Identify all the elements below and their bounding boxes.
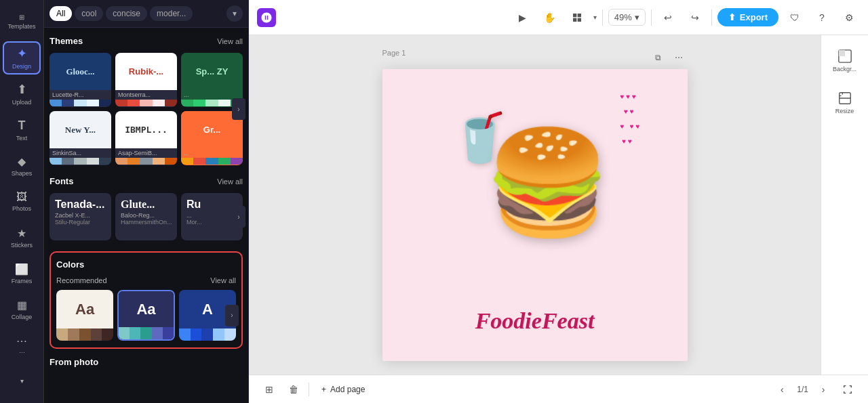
colors-section: Colors Recommended View all Aa	[50, 251, 243, 349]
export-button[interactable]: ⬆ Export	[717, 8, 778, 26]
page-indicator: 1/1	[797, 385, 808, 394]
font-ru-title: Ru	[186, 198, 237, 211]
hearts-decoration: ♥ ♥ ♥ ♥ ♥ ♥ ♥ ♥ ♥ ♥	[620, 89, 640, 149]
font-glute-sub: Baloo-Reg...	[121, 212, 172, 219]
sidebar-item-shapes[interactable]: ◆ Shapes	[3, 149, 41, 182]
zoom-value: 49%	[614, 12, 632, 22]
font-card-glute[interactable]: Glute... Baloo-Reg... HammersmithOn...	[115, 193, 177, 240]
theme-ibm-font: Asap-SemiB...	[115, 148, 177, 158]
fonts-grid: Tenada-... Zacbel X-E... Stilu-Regular G…	[50, 193, 243, 240]
sidebar-item-photos[interactable]: 🖼 Photos	[3, 185, 41, 218]
sidebar-item-more[interactable]: ⋯ ⋯	[3, 328, 41, 362]
top-bar-tools: ▶ ✋ ▾ 49% ▾ ↩ ↪ ⬆ Export 🛡 ?	[512, 7, 860, 28]
svg-rect-5	[838, 49, 844, 56]
background-label: Backgr...	[833, 66, 856, 72]
sidebar-item-design[interactable]: ✦ Design	[3, 41, 41, 75]
settings-button[interactable]: ⚙	[838, 7, 860, 28]
copy-page-button[interactable]: ⧉	[650, 49, 667, 66]
redo-button[interactable]: ↪	[684, 7, 706, 28]
sidebar-item-templates[interactable]: ⊞ ⊞ Templates	[3, 5, 41, 39]
sidebar-item-frames[interactable]: ⬜ Frames	[3, 257, 41, 290]
svg-rect-0	[573, 14, 576, 17]
colors-next-button[interactable]: ›	[225, 305, 239, 326]
prev-page-button[interactable]: ‹	[772, 380, 791, 399]
delete-page-button[interactable]: 🗑	[284, 380, 303, 399]
text-label: Text	[16, 135, 28, 142]
right-panel: Backgr... Resize	[821, 35, 868, 375]
bottom-divider	[309, 383, 309, 396]
fonts-section-header: Fonts View all	[50, 176, 243, 186]
theme-ibm-colors	[115, 158, 177, 165]
add-page-button[interactable]: + Add page	[315, 382, 372, 397]
themes-view-all[interactable]: View all	[217, 37, 243, 45]
resize-label: Resize	[835, 108, 854, 114]
fonts-view-all[interactable]: View all	[217, 177, 243, 186]
theme-gr-name: Gr...	[203, 125, 220, 135]
design-label: Design	[12, 63, 31, 70]
sidebar-item-collage[interactable]: ▦ Collage	[3, 293, 41, 326]
themes-grid: Glooc... Lucette-R... Rubik-... Montserr…	[50, 53, 243, 165]
filter-tab-cool[interactable]: cool	[75, 6, 103, 21]
undo-button[interactable]: ↩	[657, 7, 679, 28]
play-button[interactable]: ▶	[512, 7, 534, 28]
colors-view-all[interactable]: View all	[210, 276, 236, 284]
canva-logo[interactable]	[257, 8, 276, 27]
zoom-button[interactable]: 49% ▾	[608, 9, 646, 26]
add-page-icon: +	[321, 385, 326, 394]
more-options-button[interactable]: ⋯	[670, 49, 688, 66]
theme-ibm-name: IBMPL...	[125, 125, 167, 135]
layout-button[interactable]	[566, 7, 588, 28]
document-title-text: Untitled image	[283, 12, 344, 23]
colors-recommended-label: Recommended	[56, 276, 107, 284]
hand-tool-button[interactable]: ✋	[539, 7, 561, 28]
from-photo-title: From photo	[50, 357, 243, 367]
document-title[interactable]: Untitled image ▾	[283, 12, 351, 23]
shield-button[interactable]: 🛡	[784, 7, 806, 28]
filter-tab-concise[interactable]: concise	[106, 6, 147, 21]
svg-rect-1	[577, 14, 580, 17]
canvas-wrapper: Page 1 ⧉ ⋯ ♥ ♥ ♥ ♥ ♥ ♥ ♥ ♥ ♥ ♥ 🥤 🍔	[249, 35, 821, 375]
theme-card-glooc[interactable]: Glooc... Lucette-R...	[50, 53, 111, 107]
sidebar-item-chevron[interactable]: ▾	[3, 364, 41, 398]
upload-icon: ⬆	[17, 82, 27, 97]
filter-tab-moder[interactable]: moder...	[150, 6, 193, 21]
panel-content: Themes View all Glooc... Lucette-R...	[44, 28, 248, 403]
colors-section-header: Colors	[56, 259, 236, 270]
font-card-tenada[interactable]: Tenada-... Zacbel X-E... Stilu-Regular	[50, 193, 111, 240]
help-button[interactable]: ?	[811, 7, 833, 28]
top-bar: Untitled image ▾ ▶ ✋ ▾ 49% ▾ ↩ ↪	[249, 0, 868, 35]
page-thumbnail-button[interactable]: ⊞	[260, 380, 279, 399]
stickers-label: Stickers	[11, 242, 33, 249]
design-canvas[interactable]: ♥ ♥ ♥ ♥ ♥ ♥ ♥ ♥ ♥ ♥ 🥤 🍔 FoodieFeast	[382, 69, 688, 361]
next-page-button[interactable]: ›	[814, 380, 833, 399]
text-icon: T	[18, 119, 26, 133]
palette-blue-label: A	[202, 301, 213, 318]
filter-expand-button[interactable]: ▾	[226, 5, 243, 22]
frames-icon: ⬜	[15, 263, 28, 276]
page-label: Page 1	[382, 49, 406, 57]
fonts-title: Fonts	[50, 176, 73, 186]
sidebar-item-upload[interactable]: ⬆ Upload	[3, 77, 41, 110]
themes-section-header: Themes View all	[50, 36, 243, 46]
background-button[interactable]: Backgr...	[827, 42, 863, 79]
theme-card-rubik[interactable]: Rubik-... Montserra...	[115, 53, 177, 107]
theme-rubik-font: Montserra...	[115, 90, 177, 100]
themes-next-button[interactable]: ›	[232, 98, 245, 120]
layout-chevron: ▾	[593, 14, 597, 21]
theme-card-ibm[interactable]: IBMPL... Asap-SemiB...	[115, 111, 177, 165]
sidebar-item-stickers[interactable]: ★ Stickers	[3, 221, 41, 254]
photos-icon: 🖼	[16, 191, 27, 203]
theme-card-newy[interactable]: New Y... SinkinSa...	[50, 111, 111, 165]
palette-card-warm[interactable]: Aa	[56, 290, 113, 341]
palette-card-cool[interactable]: Aa	[117, 290, 174, 341]
colors-grid: Aa Aa	[56, 290, 236, 341]
collage-label: Collage	[12, 314, 33, 320]
fit-page-button[interactable]	[838, 380, 857, 399]
sidebar-item-text[interactable]: T Text	[3, 113, 41, 146]
filter-tab-all[interactable]: All	[50, 6, 72, 21]
resize-button[interactable]: Resize	[827, 84, 863, 121]
fonts-next-button[interactable]: ›	[232, 206, 245, 228]
export-icon: ⬆	[728, 12, 736, 22]
font-tenada-title: Tenada-...	[55, 198, 106, 211]
brand-text: FoodieFeast	[475, 308, 595, 334]
